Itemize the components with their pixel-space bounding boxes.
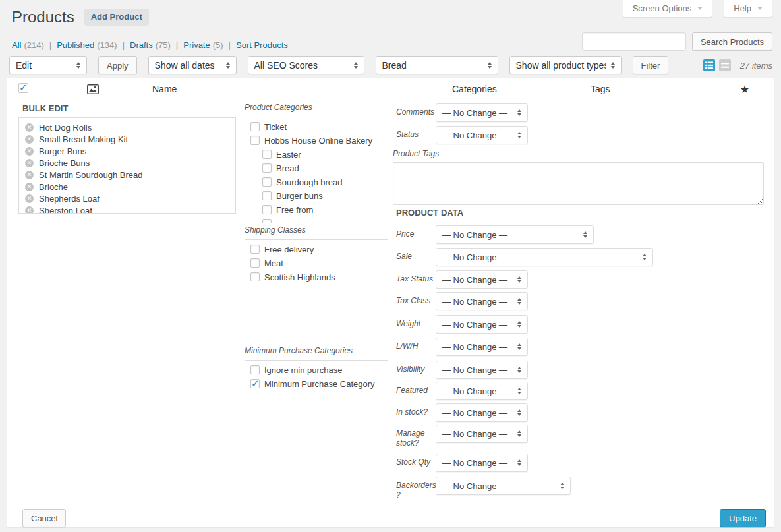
filter-button[interactable]: Filter bbox=[633, 56, 669, 74]
checkbox-label: Ticket bbox=[264, 122, 287, 132]
bulk-product-name: Small Bread Making Kit bbox=[39, 134, 128, 144]
category-checkbox-item[interactable]: Easter bbox=[262, 149, 382, 160]
checkbox[interactable] bbox=[262, 205, 272, 214]
sale-select[interactable]: — No Change — bbox=[436, 248, 653, 266]
checkbox[interactable] bbox=[262, 191, 272, 200]
search-input[interactable] bbox=[582, 32, 686, 51]
checkbox[interactable] bbox=[250, 245, 260, 254]
checkbox[interactable] bbox=[250, 258, 260, 268]
field-row-sale: Sale — No Change — bbox=[396, 248, 653, 266]
view-filter-count: (5) bbox=[213, 40, 223, 50]
shipping-class-checkbox-item[interactable]: Meat bbox=[250, 258, 382, 268]
list-view-icon[interactable] bbox=[703, 59, 715, 71]
featured-column-header[interactable]: ★ bbox=[716, 83, 774, 96]
field-row-tax-class: Tax Class — No Change — bbox=[396, 292, 528, 310]
help-button[interactable]: Help bbox=[724, 0, 772, 18]
select-value: — No Change — bbox=[442, 481, 555, 491]
category-checkbox-item[interactable]: Sourdough bread bbox=[262, 177, 382, 187]
price-select[interactable]: — No Change — bbox=[436, 225, 594, 244]
shipping-class-checkbox-item[interactable]: Free delivery bbox=[250, 244, 382, 254]
image-column-header[interactable] bbox=[40, 84, 146, 94]
min-purchase-checkbox-item[interactable]: Minimum Purchase Category bbox=[250, 378, 382, 389]
remove-product-icon[interactable] bbox=[25, 171, 34, 179]
apply-button[interactable]: Apply bbox=[98, 56, 137, 74]
category-filter-select[interactable]: Bread bbox=[376, 56, 498, 74]
remove-product-icon[interactable] bbox=[25, 159, 34, 167]
checkbox[interactable] bbox=[262, 150, 272, 159]
manage-stock-select[interactable]: — No Change — bbox=[436, 425, 528, 443]
product-type-filter-select[interactable]: Show all product types bbox=[509, 56, 622, 74]
bulk-edit-title: BULK EDIT bbox=[22, 103, 68, 113]
bulk-product-item: St Martin Sourdough Bread bbox=[25, 169, 229, 181]
select-arrows-icon bbox=[517, 321, 521, 328]
view-filter-link[interactable]: Sort Products bbox=[236, 40, 288, 50]
status-select[interactable]: — No Change — bbox=[436, 126, 528, 144]
checkbox[interactable] bbox=[250, 379, 260, 388]
stock-qty-select[interactable]: — No Change — bbox=[436, 454, 528, 472]
remove-product-icon[interactable] bbox=[25, 206, 34, 214]
view-filter-link[interactable]: All bbox=[12, 40, 21, 50]
comments-select[interactable]: — No Change — bbox=[436, 103, 528, 122]
select-value: — No Change — bbox=[442, 252, 637, 262]
bulk-action-select[interactable]: Edit bbox=[9, 56, 87, 74]
min-purchase-checkbox-item[interactable]: Ignore min purchase bbox=[250, 365, 382, 375]
select-arrows-icon bbox=[517, 409, 521, 416]
add-product-button[interactable]: Add Product bbox=[84, 9, 149, 26]
lwh-select[interactable]: — No Change — bbox=[436, 338, 528, 356]
in-stock-select[interactable]: — No Change — bbox=[436, 403, 528, 422]
select-value: All SEO Scores bbox=[254, 60, 349, 71]
category-checkbox-item[interactable]: Free from bbox=[262, 204, 382, 215]
screen-options-button[interactable]: Screen Options bbox=[623, 0, 713, 18]
view-filter-count: (75) bbox=[156, 40, 171, 50]
tax-status-select[interactable]: — No Change — bbox=[436, 270, 528, 289]
select-arrows-icon bbox=[517, 367, 521, 373]
date-filter-select[interactable]: Show all dates bbox=[148, 56, 237, 74]
bulk-product-name: Brioche bbox=[39, 182, 68, 192]
chevron-down-icon bbox=[757, 7, 763, 10]
search-area: Search Products bbox=[582, 32, 772, 51]
bulk-product-item: Small Bread Making Kit bbox=[25, 133, 229, 145]
checkbox[interactable] bbox=[250, 122, 260, 131]
checkbox[interactable] bbox=[250, 365, 260, 374]
category-checkbox-item[interactable]: Ticket bbox=[250, 121, 382, 132]
category-checkbox-item[interactable]: Hobbs House Online Bakery bbox=[250, 135, 382, 146]
category-checkbox-item[interactable]: Burger buns bbox=[262, 191, 382, 201]
backorders-select[interactable]: — No Change — bbox=[436, 477, 571, 495]
remove-product-icon[interactable] bbox=[25, 147, 34, 156]
remove-product-icon[interactable] bbox=[25, 194, 34, 203]
category-checkbox-item[interactable]: Bread bbox=[262, 163, 382, 173]
column-header-tags[interactable]: Tags bbox=[584, 84, 716, 94]
page-title: Products bbox=[12, 7, 74, 26]
product-tags-textarea[interactable] bbox=[393, 162, 764, 205]
remove-product-icon[interactable] bbox=[25, 135, 34, 144]
page-header: Products Add Product bbox=[12, 7, 149, 26]
view-filter-link[interactable]: Published bbox=[57, 40, 94, 50]
tax-class-select[interactable]: — No Change — bbox=[436, 292, 528, 310]
column-header-name[interactable]: Name bbox=[146, 84, 446, 94]
checkbox[interactable] bbox=[262, 163, 272, 173]
view-filter-item: All (214) bbox=[12, 40, 57, 50]
featured-select[interactable]: — No Change — bbox=[436, 382, 528, 400]
update-button[interactable]: Update bbox=[720, 509, 766, 527]
select-arrows-icon bbox=[354, 62, 358, 69]
select-all-checkbox[interactable] bbox=[18, 83, 28, 93]
seo-filter-select[interactable]: All SEO Scores bbox=[248, 56, 364, 74]
checkbox[interactable] bbox=[250, 272, 260, 281]
view-filter-link[interactable]: Private bbox=[183, 40, 210, 50]
checkbox[interactable] bbox=[262, 177, 272, 187]
select-value: — No Change — bbox=[442, 230, 578, 240]
weight-select[interactable]: — No Change — bbox=[436, 315, 528, 334]
excerpt-view-icon[interactable] bbox=[719, 59, 731, 71]
view-filter-link[interactable]: Drafts bbox=[130, 40, 153, 50]
visibility-select[interactable]: — No Change — bbox=[436, 361, 528, 379]
remove-product-icon[interactable] bbox=[25, 123, 34, 132]
shipping-class-checkbox-item[interactable]: Scottish Highlands bbox=[250, 272, 382, 282]
checkbox-label: Sourdough bread bbox=[276, 177, 342, 187]
category-checkbox-item[interactable] bbox=[262, 218, 382, 223]
remove-product-icon[interactable] bbox=[25, 183, 34, 191]
search-products-button[interactable]: Search Products bbox=[692, 32, 772, 51]
checkbox[interactable] bbox=[262, 219, 272, 223]
cancel-button[interactable]: Cancel bbox=[22, 509, 66, 527]
checkbox[interactable] bbox=[250, 136, 260, 145]
column-header-categories[interactable]: Categories bbox=[446, 84, 584, 94]
